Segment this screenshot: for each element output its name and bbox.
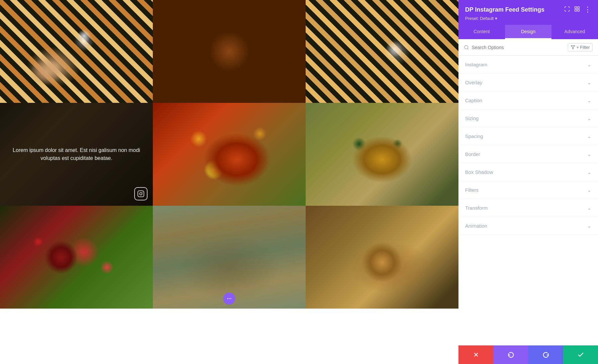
option-label-transform: Transform [465,205,488,211]
svg-rect-0 [138,191,144,197]
chevron-down-icon: ⌄ [587,170,591,175]
filter-button[interactable]: + Filter [568,43,593,51]
search-icon [464,45,469,50]
feed-item-1[interactable] [0,0,153,103]
feed-item-3[interactable] [306,0,458,103]
option-filters[interactable]: Filters ⌄ [458,181,598,199]
option-sizing[interactable]: Sizing ⌄ [458,109,598,127]
undo-button[interactable] [493,345,528,364]
panel-search-row: + Filter [458,39,598,56]
chevron-down-icon: ⌄ [587,223,591,229]
tab-design[interactable]: Design [505,25,551,39]
option-instagram[interactable]: Instagram ⌄ [458,56,598,74]
tab-advanced[interactable]: Advanced [551,25,598,39]
chevron-down-icon: ⌄ [587,62,591,67]
feed-item-9[interactable] [306,206,458,309]
option-label-animation: Animation [465,223,487,229]
svg-point-5 [230,298,231,299]
option-label-border: Border [465,151,480,157]
svg-point-10 [464,45,468,49]
panel-bottom-bar [458,345,598,364]
option-overlay[interactable]: Overlay ⌄ [458,74,598,92]
feed-item-7[interactable] [0,206,153,309]
feed-item-4[interactable]: Lorem ipsum dolor sit amet. Est nisi gal… [0,103,153,206]
chevron-down-icon: ⌄ [587,116,591,121]
svg-point-3 [227,298,228,299]
grid-icon[interactable] [574,6,580,14]
search-input[interactable] [472,45,565,50]
feed-item-6[interactable] [306,103,458,206]
settings-panel: DP Instagram Feed Settings ⋮ Preset: Def… [458,0,598,364]
panel-tabs: Content Design Advanced [458,25,598,39]
chevron-down-icon: ⌄ [587,187,591,193]
more-icon[interactable]: ⋮ [584,5,591,14]
panel-header-top: DP Instagram Feed Settings ⋮ [465,5,591,14]
option-animation[interactable]: Animation ⌄ [458,217,598,235]
chevron-down-icon: ⌄ [587,134,591,139]
option-label-box-shadow: Box Shadow [465,169,493,175]
svg-point-4 [229,298,230,299]
main-content-area: Lorem ipsum dolor sit amet. Est nisi gal… [0,0,458,364]
feed-item-5[interactable] [153,103,306,206]
option-spacing[interactable]: Spacing ⌄ [458,127,598,145]
chevron-down-icon: ⌄ [587,98,591,103]
filter-label: + Filter [576,45,590,50]
option-label-caption: Caption [465,98,482,103]
option-transform[interactable]: Transform ⌄ [458,199,598,217]
dots-button[interactable] [223,293,235,305]
fullscreen-icon[interactable] [564,6,570,14]
preset-arrow: ▾ [495,16,497,21]
chevron-down-icon: ⌄ [587,152,591,157]
svg-point-1 [140,192,142,195]
options-list: Instagram ⌄ Overlay ⌄ Caption ⌄ Sizing ⌄… [458,56,598,345]
feed-item-overlay: Lorem ipsum dolor sit amet. Est nisi gal… [0,103,153,206]
chevron-down-icon: ⌄ [587,80,591,85]
option-label-instagram: Instagram [465,62,487,67]
option-label-sizing: Sizing [465,115,479,121]
option-box-shadow[interactable]: Box Shadow ⌄ [458,163,598,181]
preset-text: Preset: Default [465,16,494,21]
panel-title: DP Instagram Feed Settings [465,6,545,13]
overlay-text: Lorem ipsum dolor sit amet. Est nisi gal… [7,146,146,162]
option-label-overlay: Overlay [465,80,482,85]
confirm-button[interactable] [563,345,598,364]
option-label-spacing: Spacing [465,133,483,139]
svg-rect-6 [575,7,576,8]
tab-content[interactable]: Content [458,25,505,39]
cancel-button[interactable] [458,345,493,364]
feed-item-2[interactable] [153,0,306,103]
instagram-feed-grid: Lorem ipsum dolor sit amet. Est nisi gal… [0,0,458,364]
svg-rect-7 [578,7,579,8]
instagram-icon [134,187,148,200]
feed-item-8[interactable] [153,206,306,309]
filter-icon [571,45,575,49]
chevron-down-icon: ⌄ [587,205,591,211]
panel-header-icons: ⋮ [564,5,591,14]
preset-label[interactable]: Preset: Default ▾ [465,16,591,21]
option-border[interactable]: Border ⌄ [458,145,598,163]
option-caption[interactable]: Caption ⌄ [458,92,598,109]
redo-button[interactable] [528,345,563,364]
svg-rect-9 [578,9,579,11]
svg-point-2 [142,192,143,192]
panel-header: DP Instagram Feed Settings ⋮ Preset: Def… [458,0,598,25]
svg-rect-8 [575,9,576,11]
option-label-filters: Filters [465,187,479,193]
